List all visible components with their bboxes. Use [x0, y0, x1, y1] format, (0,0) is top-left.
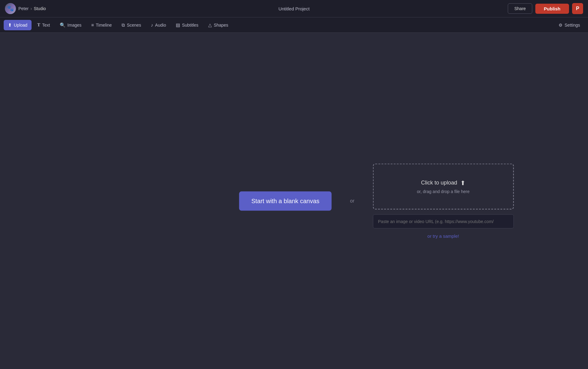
upload-drop-icon: ⬆: [460, 179, 466, 186]
toolbar-label-text: Text: [42, 23, 50, 28]
toolbar-label-images: Images: [67, 23, 81, 28]
breadcrumb-user[interactable]: Peter: [18, 6, 28, 11]
click-to-upload-text: Click to upload ⬆: [421, 179, 466, 186]
subtitles-icon: ▤: [176, 22, 180, 28]
share-button[interactable]: Share: [508, 3, 532, 14]
click-to-upload-label: Click to upload: [421, 180, 457, 186]
toolbar-item-audio[interactable]: ♪ Audio: [147, 20, 170, 30]
toolbar-item-subtitles[interactable]: ▤ Subtitles: [172, 20, 203, 30]
toolbar-item-upload[interactable]: ⬆ Upload: [4, 20, 32, 30]
top-bar-right: Share Publish P: [508, 3, 583, 14]
upload-drop-zone[interactable]: Click to upload ⬆ or, drag and drop a fi…: [373, 163, 514, 209]
blank-canvas-button[interactable]: Start with a blank canvas: [239, 191, 332, 211]
avatar-image: 🐾: [5, 3, 16, 14]
toolbar-item-shapes[interactable]: △ Shapes: [204, 20, 232, 30]
scenes-icon: ⧉: [122, 22, 125, 28]
toolbar-label-shapes: Shapes: [214, 23, 228, 28]
toolbar: ⬆ Upload T Text 🔍 Images ≡ Timeline ⧉ Sc…: [0, 17, 588, 33]
or-separator: or: [350, 198, 354, 204]
upload-icon: ⬆: [8, 22, 12, 28]
canvas-content: Start with a blank canvas or Click to up…: [239, 163, 514, 238]
avatar[interactable]: 🐾: [5, 3, 16, 14]
url-input[interactable]: [373, 214, 514, 228]
upload-area: Click to upload ⬆ or, drag and drop a fi…: [373, 163, 514, 238]
toolbar-item-scenes[interactable]: ⧉ Scenes: [117, 20, 145, 30]
toolbar-label-audio: Audio: [155, 23, 166, 28]
toolbar-item-text[interactable]: T Text: [33, 20, 54, 30]
timeline-icon: ≡: [91, 22, 94, 28]
settings-button[interactable]: ⚙ Settings: [554, 20, 584, 30]
main-area: Start with a blank canvas or Click to up…: [0, 33, 588, 369]
toolbar-item-timeline[interactable]: ≡ Timeline: [87, 20, 116, 30]
shapes-icon: △: [208, 22, 212, 28]
toolbar-label-timeline: Timeline: [96, 23, 112, 28]
audio-icon: ♪: [151, 22, 153, 28]
project-title[interactable]: Untitled Project: [278, 6, 310, 11]
try-sample-link[interactable]: or try a sample!: [373, 233, 514, 238]
drag-drop-text: or, drag and drop a file here: [417, 189, 469, 194]
top-bar: 🐾 Peter › Studio Untitled Project Share …: [0, 0, 588, 17]
toolbar-label-subtitles: Subtitles: [182, 23, 198, 28]
toolbar-label-upload: Upload: [14, 23, 27, 28]
publish-button[interactable]: Publish: [535, 4, 569, 14]
user-avatar-button[interactable]: P: [572, 3, 583, 14]
breadcrumb-separator: ›: [30, 6, 32, 11]
settings-label: Settings: [564, 23, 580, 28]
toolbar-item-images[interactable]: 🔍 Images: [55, 20, 86, 30]
breadcrumb-current: Studio: [34, 6, 46, 11]
settings-icon: ⚙: [559, 23, 563, 28]
toolbar-label-scenes: Scenes: [127, 23, 141, 28]
text-icon: T: [37, 22, 40, 28]
breadcrumb: Peter › Studio: [18, 6, 46, 11]
images-icon: 🔍: [60, 22, 66, 28]
top-bar-left: 🐾 Peter › Studio: [5, 3, 46, 14]
